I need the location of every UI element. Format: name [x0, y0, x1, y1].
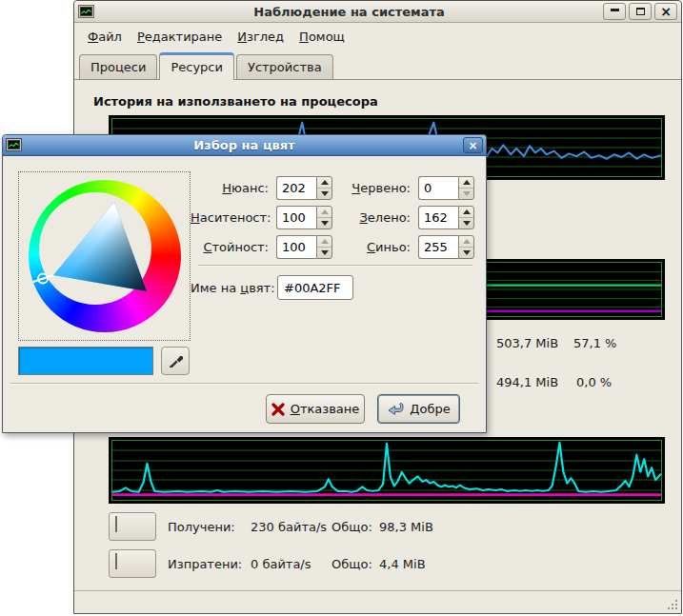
ok-button-label: Добре [410, 402, 450, 416]
color-name-input[interactable] [277, 275, 353, 300]
value-spin-down[interactable] [317, 248, 331, 258]
saturation-input[interactable] [276, 206, 316, 229]
value-input[interactable] [276, 235, 316, 259]
menu-view[interactable]: Изглед [230, 27, 291, 47]
close-icon: × [660, 5, 672, 18]
saturation-spin-down[interactable] [317, 218, 331, 229]
saturation-spin-up[interactable] [317, 207, 331, 218]
status-bar [74, 590, 681, 613]
close-button[interactable]: × [654, 3, 677, 20]
system-monitor-icon [78, 5, 94, 19]
dialog-close-button[interactable]: × [463, 137, 483, 153]
blue-spinbutton [418, 235, 474, 259]
sent-color-button[interactable] [109, 549, 156, 578]
window-title: Наблюдение на системата [98, 5, 600, 19]
tab-processes[interactable]: Процеси [79, 54, 157, 79]
green-spin-up[interactable] [459, 207, 473, 218]
system-monitor-icon [6, 138, 22, 152]
minimize-icon [611, 9, 619, 11]
separator [10, 383, 478, 385]
maximize-icon [636, 8, 645, 15]
hue-spinbutton [276, 176, 332, 200]
hsv-triangle[interactable] [19, 172, 191, 342]
return-arrow-icon [387, 402, 404, 416]
window-titlebar[interactable]: Наблюдение на системата × [74, 1, 681, 23]
network-history-chart [109, 437, 665, 504]
separator [198, 265, 472, 267]
received-label: Получени: [168, 520, 235, 534]
minimize-button[interactable] [603, 3, 626, 20]
swap-percent: 0,0 % [576, 375, 612, 389]
cpu-history-header: История на използването на процесора [93, 94, 378, 109]
sent-label: Изпратени: [168, 557, 242, 571]
menu-help[interactable]: Помощ [291, 27, 352, 47]
hue-spin-up[interactable] [317, 177, 331, 189]
red-spin-up[interactable] [459, 177, 473, 189]
value-spin-up[interactable] [317, 236, 331, 248]
sent-total: 4,4 MiB [379, 557, 426, 571]
saturation-label: Наситеност: [191, 210, 276, 225]
value-label: Стойност: [191, 240, 276, 254]
hue-spin-down[interactable] [317, 189, 331, 199]
menubar: Файл Редактиране Изглед Помощ [74, 23, 681, 50]
close-icon: × [468, 140, 477, 151]
tab-resources[interactable]: Ресурси [159, 52, 234, 80]
green-spin-down[interactable] [459, 218, 473, 229]
saturation-spinbutton [276, 206, 332, 229]
value-spinbutton [276, 235, 332, 259]
memory-percent: 57,1 % [573, 336, 616, 350]
swap-value: 494,1 MiB [496, 375, 558, 389]
dialog-title: Избор на цвят [26, 138, 463, 152]
menu-edit[interactable]: Редактиране [130, 27, 230, 47]
maximize-button[interactable] [629, 3, 652, 20]
color-picker-dialog: Избор на цвят × [2, 134, 487, 433]
blue-input[interactable] [418, 235, 458, 259]
selected-color-preview [18, 347, 153, 375]
blue-spin-down[interactable] [459, 248, 473, 258]
tab-bar: Процеси Ресурси Устройства [74, 50, 681, 80]
received-color-swatch [115, 516, 117, 532]
dialog-titlebar[interactable]: Избор на цвят × [3, 135, 486, 156]
green-label: Зелено: [344, 210, 418, 225]
red-input[interactable] [418, 176, 458, 200]
menu-file[interactable]: Файл [80, 27, 130, 47]
red-label: Червено: [344, 181, 418, 195]
received-total: 98,3 MiB [379, 520, 433, 534]
memory-value: 503,7 MiB [496, 336, 558, 350]
cancel-button-label: Отказване [291, 402, 360, 416]
red-spin-down[interactable] [459, 189, 473, 199]
received-rate: 230 байта/s [251, 520, 327, 534]
red-x-icon [271, 403, 285, 416]
resize-grip-icon[interactable] [666, 598, 678, 610]
cancel-button[interactable]: Отказване [266, 394, 365, 424]
received-total-label: Общо: [331, 520, 372, 534]
hue-input[interactable] [276, 176, 316, 200]
color-wheel[interactable] [18, 171, 191, 341]
blue-spin-up[interactable] [459, 236, 473, 248]
sent-color-swatch [115, 553, 117, 569]
received-color-button[interactable] [109, 512, 156, 541]
sent-rate: 0 байта/s [251, 557, 311, 571]
tab-devices[interactable]: Устройства [236, 54, 333, 79]
ok-button[interactable]: Добре [377, 394, 460, 424]
green-spinbutton [418, 206, 474, 229]
sent-total-label: Общо: [331, 557, 372, 571]
eyedropper-button[interactable] [161, 347, 190, 375]
blue-label: Синьо: [344, 240, 418, 254]
color-name-label: Име на цвят: [191, 281, 276, 295]
green-input[interactable] [418, 206, 458, 229]
eyedropper-icon [168, 353, 183, 368]
red-spinbutton [418, 176, 474, 200]
hue-label: Нюанс: [191, 181, 276, 195]
